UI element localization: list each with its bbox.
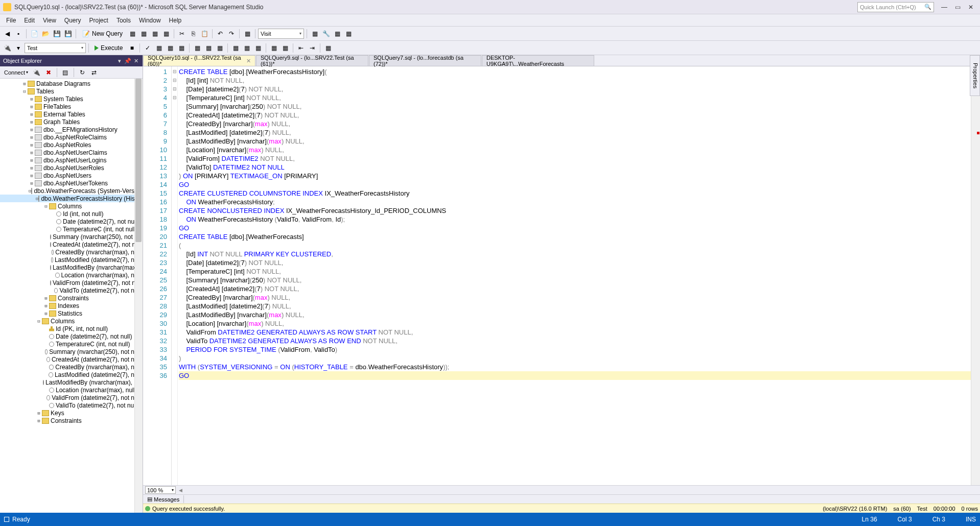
code-line[interactable]: ) ON [PRIMARY] TEXTIMAGE_ON [PRIMARY] — [179, 172, 971, 180]
tree-node[interactable]: ⊟dbo.WeatherForecastsHistory (History) — [0, 195, 143, 202]
expand-icon[interactable]: ⊞ — [21, 81, 28, 86]
code-line[interactable]: [Date] [datetime2](7) NOT NULL, — [179, 85, 971, 93]
tree-node[interactable]: ⊞Constraints — [0, 417, 143, 424]
expand-icon[interactable]: ⊞ — [29, 127, 35, 132]
expand-icon[interactable]: ⊞ — [29, 119, 35, 125]
new-button[interactable]: 📄 — [29, 29, 39, 39]
collapse-icon[interactable]: ⊟ — [21, 89, 28, 94]
code-line[interactable]: [LastModifiedBy] [nvarchar](max) NULL, — [179, 310, 971, 319]
tree-node[interactable]: ⊞FileTables — [0, 103, 143, 110]
collapse-icon[interactable]: ⊟ — [36, 319, 42, 324]
menu-window[interactable]: Window — [135, 15, 165, 26]
tree-node[interactable]: ⊞Statistics — [0, 309, 143, 317]
results-text-button[interactable]: ▦ — [230, 43, 241, 53]
execute-button[interactable]: Execute — [91, 43, 126, 53]
code-line[interactable]: CREATE CLUSTERED COLUMNSTORE INDEX IX_We… — [179, 189, 971, 198]
tree-node[interactable]: LastModified (datetime2(7), null) — [0, 371, 143, 378]
code-editor[interactable]: 1234567891011121314151617181920212223242… — [143, 66, 980, 485]
tab-close-icon[interactable]: ✕ — [246, 58, 251, 64]
properties-panel-tab[interactable]: Properties — [970, 55, 980, 96]
tree-node[interactable]: ⊞dbo.AspNetUserRoles — [0, 164, 143, 172]
tree-node[interactable]: Date (datetime2(7), not null) — [0, 218, 143, 225]
code-line[interactable]: ) — [179, 354, 971, 363]
document-tab[interactable]: DESKTOP-U9KGA9T\...WeatherForecasts — [482, 55, 594, 66]
stop-button[interactable]: ✖ — [43, 67, 54, 78]
expand-icon[interactable]: ⊞ — [29, 112, 35, 117]
db-engine-query-button[interactable]: ▦ — [127, 29, 137, 39]
code-line[interactable]: CREATE TABLE [dbo].[WeatherForecasts] — [179, 232, 971, 241]
change-connection-button[interactable]: 🔌 — [2, 43, 12, 53]
solution-configurations-combo[interactable]: Visit ▾ — [258, 29, 304, 39]
tree-node[interactable]: ⊞dbo.AspNetUserLogins — [0, 156, 143, 164]
tree-node[interactable]: ⊞Constraints — [0, 294, 143, 302]
tree-node[interactable]: ⊞Graph Tables — [0, 118, 143, 126]
available-databases-button[interactable]: ▾ — [13, 43, 24, 53]
paste-button[interactable]: 📋 — [199, 29, 209, 39]
code-line[interactable]: [LastModified] [datetime2](7) NULL, — [179, 302, 971, 310]
close-panel-button[interactable]: ✕ — [132, 57, 139, 64]
messages-tab[interactable]: ▤ Messages — [143, 495, 184, 503]
document-tab[interactable]: SQLQuery7.sql - (lo...forecastdb (sa (72… — [369, 55, 481, 66]
connect-button[interactable]: Connect ▾ — [2, 68, 30, 77]
copy-button[interactable]: ⎘ — [188, 29, 198, 39]
tree-node[interactable]: Summary (nvarchar(250), not null) — [0, 348, 143, 355]
code-line[interactable]: ( — [179, 241, 971, 250]
open-button[interactable]: 📂 — [40, 29, 51, 39]
overview-ruler[interactable] — [971, 66, 980, 485]
code-line[interactable]: GO — [179, 224, 971, 232]
tree-node[interactable]: ⊞Indexes — [0, 302, 143, 309]
back-button[interactable]: ◀ — [2, 29, 12, 39]
code-line[interactable]: WITH (SYSTEM_VERSIONING = ON (HISTORY_TA… — [179, 363, 971, 371]
expand-icon[interactable]: ⊞ — [29, 150, 35, 155]
tree-node[interactable]: ⊞dbo.AspNetUsers — [0, 172, 143, 179]
tree-node[interactable]: LastModified (datetime2(7), null) — [0, 256, 143, 264]
expand-icon[interactable]: ⊞ — [29, 173, 35, 178]
error-marker[interactable] — [977, 132, 979, 134]
tree-node[interactable]: ⊞dbo.AspNetUserTokens — [0, 179, 143, 187]
tree-node[interactable]: ⊞dbo.AspNetUserClaims — [0, 149, 143, 156]
specify-values-button[interactable]: ▦ — [323, 43, 333, 53]
maximize-button[interactable]: ▭ — [951, 2, 964, 12]
code-line[interactable]: [Summary] [nvarchar](250) NOT NULL, — [179, 102, 971, 111]
tree-scrollbar[interactable] — [134, 79, 143, 513]
tree-node[interactable]: Id (PK, int, not null) — [0, 325, 143, 332]
tree-node[interactable]: CreatedAt (datetime2(7), not null) — [0, 241, 143, 248]
cancel-query-button[interactable]: ■ — [127, 43, 137, 53]
tree-node[interactable]: Summary (nvarchar(250), not null) — [0, 233, 143, 241]
code-line[interactable]: GO — [179, 180, 971, 189]
tree-node[interactable]: ⊞dbo.AspNetRoleClaims — [0, 133, 143, 141]
close-button[interactable]: ✕ — [965, 2, 977, 12]
collapse-icon[interactable]: ⊟ — [43, 204, 49, 209]
mdx-query-button[interactable]: ▦ — [150, 29, 160, 39]
tree-node[interactable]: ⊞Keys — [0, 409, 143, 417]
expand-icon[interactable]: ⊞ — [29, 104, 35, 109]
code-line[interactable]: [TemperatureC] [int] NOT NULL, — [179, 93, 971, 102]
dmx-query-button[interactable]: ▦ — [161, 29, 171, 39]
tree-node[interactable]: Date (datetime2(7), not null) — [0, 332, 143, 340]
tree-node[interactable]: ⊞dbo.AspNetRoles — [0, 141, 143, 149]
code-line[interactable]: [CreatedAt] [datetime2](7) NOT NULL, — [179, 284, 971, 293]
menu-edit[interactable]: Edit — [20, 15, 39, 26]
code-line[interactable]: [CreatedBy] [nvarchar](max) NULL, — [179, 293, 971, 302]
tree-node[interactable]: Location (nvarchar(max), null) — [0, 386, 143, 394]
tree-node[interactable]: CreatedBy (nvarchar(max), null) — [0, 363, 143, 371]
analysis-query-button[interactable]: ▦ — [138, 29, 149, 39]
intellisense-button[interactable]: ▦ — [176, 43, 186, 53]
menu-tools[interactable]: Tools — [112, 15, 135, 26]
results-grid-button[interactable]: ▦ — [242, 43, 252, 53]
include-actual-plan-button[interactable]: ▦ — [192, 43, 202, 53]
display-plan-button[interactable]: ▦ — [154, 43, 164, 53]
tree-node[interactable]: ⊞dbo.__EFMigrationsHistory — [0, 126, 143, 133]
code-content[interactable]: CREATE TABLE [dbo].[WeatherForecastsHist… — [178, 66, 971, 485]
code-line[interactable]: [Id] INT NOT NULL PRIMARY KEY CLUSTERED, — [179, 250, 971, 258]
tree-node[interactable]: ⊟Columns — [0, 317, 143, 325]
code-line[interactable]: [Date] [datetime2](7) NOT NULL, — [179, 258, 971, 267]
expand-icon[interactable]: ⊞ — [29, 142, 35, 148]
minimize-button[interactable]: — — [938, 2, 950, 12]
tree-node[interactable]: Location (nvarchar(max), null) — [0, 271, 143, 279]
code-line[interactable]: PERIOD FOR SYSTEM_TIME (ValidFrom, Valid… — [179, 345, 971, 354]
tool-button-3[interactable]: ▦ — [343, 29, 354, 39]
filter-button[interactable]: ▤ — [60, 67, 71, 78]
object-explorer-tree[interactable]: ⊞Database Diagrams⊟Tables⊞System Tables⊞… — [0, 79, 143, 513]
tree-node[interactable]: LastModifiedBy (nvarchar(max), null) — [0, 264, 143, 271]
